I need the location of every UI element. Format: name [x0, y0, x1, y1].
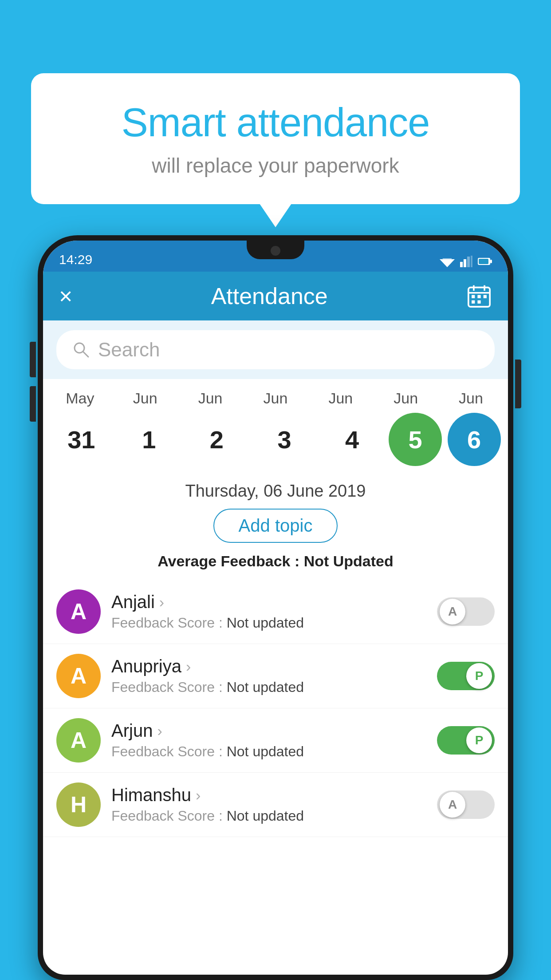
student-avatar-1: A: [56, 654, 101, 698]
cal-month-6: Jun: [440, 390, 502, 407]
student-info-1: Anupriya › Feedback Score : Not updated: [111, 656, 426, 695]
search-bar-wrap: Search: [43, 320, 508, 379]
attendance-toggle-3[interactable]: A: [437, 790, 495, 819]
svg-rect-13: [472, 295, 475, 298]
search-input[interactable]: Search: [98, 339, 160, 361]
bubble-subtitle: will replace your paperwork: [67, 154, 484, 178]
svg-rect-8: [479, 259, 488, 264]
svg-rect-7: [490, 260, 492, 263]
avg-feedback-label: Average Feedback :: [157, 553, 303, 569]
cal-day-3[interactable]: 3: [253, 411, 315, 468]
student-name-2: Arjun ›: [111, 721, 426, 741]
calendar-months: May Jun Jun Jun Jun Jun Jun: [47, 390, 504, 407]
chevron-icon-1: ›: [186, 658, 191, 675]
cal-day-31[interactable]: 31: [50, 411, 112, 468]
student-avatar-0: A: [56, 589, 101, 634]
attendance-toggle-0[interactable]: A: [437, 597, 495, 626]
toggle-3[interactable]: A: [437, 790, 495, 819]
student-list: A Anjali › Feedback Score : Not updated …: [43, 580, 508, 837]
toggle-knob-2: P: [466, 727, 492, 753]
student-item-1[interactable]: A Anupriya › Feedback Score : Not update…: [43, 644, 508, 708]
cal-month-2: Jun: [179, 390, 241, 407]
svg-rect-17: [477, 300, 480, 304]
cal-month-1: Jun: [114, 390, 176, 407]
search-icon: [72, 341, 90, 359]
calendar-icon[interactable]: [466, 283, 492, 309]
avg-feedback-value: Not Updated: [304, 553, 394, 569]
student-name-0: Anjali ›: [111, 592, 426, 612]
feedback-value-2: Not updated: [227, 743, 304, 759]
svg-rect-2: [460, 262, 463, 267]
status-time: 14:29: [59, 252, 92, 267]
svg-rect-3: [464, 259, 466, 267]
chevron-icon-2: ›: [157, 722, 162, 739]
toggle-knob-3: A: [440, 792, 465, 818]
toggle-0[interactable]: A: [437, 597, 495, 626]
student-name-3: Himanshu ›: [111, 785, 426, 805]
wifi-icon: [440, 256, 455, 267]
feedback-value-1: Not updated: [227, 679, 304, 695]
notch: [247, 241, 304, 259]
power-button: [515, 360, 521, 408]
toggle-knob-1: P: [466, 663, 492, 689]
student-item-0[interactable]: A Anjali › Feedback Score : Not updated …: [43, 580, 508, 644]
cal-day-1[interactable]: 1: [118, 411, 180, 468]
student-info-3: Himanshu › Feedback Score : Not updated: [111, 785, 426, 824]
feedback-score-2: Feedback Score : Not updated: [111, 743, 426, 760]
chevron-icon-3: ›: [196, 786, 201, 804]
feedback-score-0: Feedback Score : Not updated: [111, 615, 426, 631]
cal-day-6[interactable]: 6: [448, 413, 501, 466]
status-icons: [440, 256, 492, 267]
date-info: Thursday, 06 June 2019 Add topic Average…: [43, 473, 508, 580]
student-avatar-2: A: [56, 718, 101, 763]
header-title: Attendance: [211, 283, 328, 309]
student-avatar-3: H: [56, 782, 101, 827]
toggle-2[interactable]: P: [437, 726, 495, 755]
close-button[interactable]: ×: [59, 283, 72, 309]
speech-bubble: Smart attendance will replace your paper…: [31, 73, 520, 204]
svg-rect-4: [467, 257, 470, 267]
bubble-title: Smart attendance: [67, 100, 484, 146]
svg-rect-15: [484, 295, 487, 298]
date-label: Thursday, 06 June 2019: [56, 482, 495, 501]
feedback-value-0: Not updated: [227, 615, 304, 631]
student-item-3[interactable]: H Himanshu › Feedback Score : Not update…: [43, 773, 508, 837]
phone-screen: 14:29 ×: [43, 241, 508, 975]
calendar-strip: May Jun Jun Jun Jun Jun Jun 31 1 2 3 4 5…: [43, 379, 508, 473]
toggle-1[interactable]: P: [437, 662, 495, 690]
cal-day-4[interactable]: 4: [321, 411, 383, 468]
cal-month-3: Jun: [244, 390, 307, 407]
phone-frame: 14:29 ×: [38, 235, 513, 980]
speech-bubble-container: Smart attendance will replace your paper…: [31, 73, 520, 204]
battery-icon: [478, 257, 492, 266]
add-topic-button[interactable]: Add topic: [213, 509, 338, 543]
feedback-score-1: Feedback Score : Not updated: [111, 679, 426, 695]
attendance-toggle-2[interactable]: P: [437, 726, 495, 755]
volume-button-1: [30, 342, 36, 377]
student-name-1: Anupriya ›: [111, 656, 426, 676]
svg-rect-14: [477, 295, 480, 298]
camera: [271, 246, 280, 256]
avg-feedback: Average Feedback : Not Updated: [56, 553, 495, 570]
student-item-2[interactable]: A Arjun › Feedback Score : Not updated P: [43, 708, 508, 773]
svg-rect-16: [472, 300, 475, 304]
svg-rect-5: [471, 256, 472, 267]
student-info-0: Anjali › Feedback Score : Not updated: [111, 592, 426, 631]
app-header: × Attendance: [43, 272, 508, 320]
cal-month-5: Jun: [375, 390, 437, 407]
feedback-score-3: Feedback Score : Not updated: [111, 808, 426, 824]
cal-month-4: Jun: [310, 390, 372, 407]
cal-day-2[interactable]: 2: [185, 411, 248, 468]
calendar-days: 31 1 2 3 4 5 6: [47, 411, 504, 468]
student-info-2: Arjun › Feedback Score : Not updated: [111, 721, 426, 760]
search-bar[interactable]: Search: [56, 330, 495, 369]
cal-day-5[interactable]: 5: [389, 413, 442, 466]
cal-month-0: May: [49, 390, 111, 407]
chevron-icon-0: ›: [159, 593, 164, 611]
svg-line-19: [83, 352, 88, 357]
toggle-knob-0: A: [440, 599, 465, 624]
feedback-value-3: Not updated: [227, 808, 304, 824]
signal-icon: [460, 256, 472, 267]
attendance-toggle-1[interactable]: P: [437, 662, 495, 690]
volume-button-2: [30, 386, 36, 422]
